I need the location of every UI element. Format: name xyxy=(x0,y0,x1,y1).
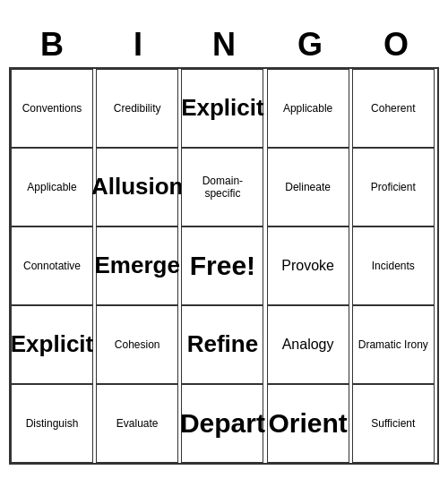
bingo-card: BINGO ConventionsCredibilityExplicitAppl… xyxy=(9,22,439,465)
bingo-cell-0: Conventions xyxy=(11,69,93,148)
cell-text-7: Domain-specific xyxy=(185,175,259,201)
cell-text-0: Conventions xyxy=(22,102,82,115)
cell-text-1: Credibility xyxy=(114,102,161,115)
bingo-grid: ConventionsCredibilityExplicitApplicable… xyxy=(9,67,439,465)
bingo-cell-18: Analogy xyxy=(267,305,349,384)
bingo-letter-i: I xyxy=(97,26,179,64)
cell-text-24: Sufficient xyxy=(371,417,415,430)
bingo-cell-13: Provoke xyxy=(267,226,349,305)
cell-text-13: Provoke xyxy=(281,257,334,274)
bingo-header: BINGO xyxy=(9,22,439,67)
bingo-cell-5: Applicable xyxy=(11,148,93,226)
cell-text-17: Refine xyxy=(187,330,258,358)
cell-text-2: Explicit xyxy=(181,94,263,122)
cell-text-6: Allusion xyxy=(91,173,184,201)
cell-text-9: Proficient xyxy=(371,181,416,193)
bingo-cell-1: Credibility xyxy=(96,69,178,148)
bingo-cell-24: Sufficient xyxy=(352,384,435,463)
bingo-cell-9: Proficient xyxy=(352,148,435,226)
cell-text-16: Cohesion xyxy=(115,338,160,351)
bingo-cell-19: Dramatic Irony xyxy=(352,305,435,384)
bingo-cell-8: Delineate xyxy=(267,148,349,226)
bingo-cell-10: Connotative xyxy=(11,226,93,305)
bingo-cell-15: Explicit xyxy=(11,305,93,384)
bingo-cell-11: Emerge xyxy=(96,226,178,305)
cell-text-3: Applicable xyxy=(283,102,332,115)
cell-text-22: Depart xyxy=(180,407,265,440)
bingo-cell-6: Allusion xyxy=(96,148,178,226)
bingo-cell-20: Distinguish xyxy=(11,384,93,463)
bingo-cell-7: Domain-specific xyxy=(181,148,263,226)
bingo-letter-n: N xyxy=(183,26,265,64)
cell-text-19: Dramatic Irony xyxy=(358,338,428,351)
bingo-cell-3: Applicable xyxy=(267,69,349,148)
cell-text-18: Analogy xyxy=(282,336,334,353)
cell-text-11: Emerge xyxy=(95,252,180,279)
bingo-cell-4: Coherent xyxy=(352,69,435,148)
cell-text-15: Explicit xyxy=(11,330,93,358)
bingo-cell-14: Incidents xyxy=(352,226,435,305)
bingo-cell-23: Orient xyxy=(267,384,349,463)
cell-text-14: Incidents xyxy=(372,260,415,272)
cell-text-23: Orient xyxy=(268,407,347,440)
bingo-letter-b: B xyxy=(11,26,93,64)
bingo-cell-21: Evaluate xyxy=(96,384,178,463)
bingo-letter-o: O xyxy=(355,26,437,64)
cell-text-21: Evaluate xyxy=(116,417,159,430)
cell-text-5: Applicable xyxy=(27,181,76,193)
cell-text-8: Delineate xyxy=(285,181,331,193)
bingo-cell-16: Cohesion xyxy=(96,305,178,384)
bingo-cell-12: Free! xyxy=(181,226,263,305)
bingo-cell-2: Explicit xyxy=(181,69,263,148)
cell-text-4: Coherent xyxy=(371,102,415,115)
bingo-letter-g: G xyxy=(269,26,351,64)
cell-text-20: Distinguish xyxy=(26,417,79,430)
cell-text-12: Free! xyxy=(190,250,255,282)
bingo-cell-22: Depart xyxy=(181,384,263,463)
bingo-cell-17: Refine xyxy=(181,305,263,384)
cell-text-10: Connotative xyxy=(23,260,81,272)
